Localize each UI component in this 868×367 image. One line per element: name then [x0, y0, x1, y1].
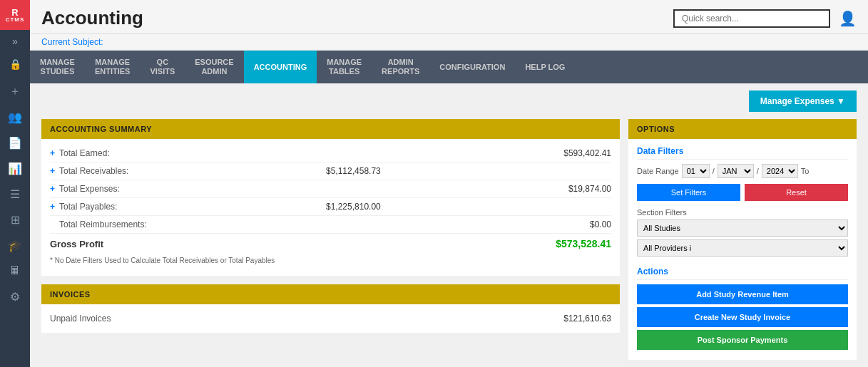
page-title: Accounting — [41, 7, 143, 29]
logo-letter: R — [11, 8, 18, 17]
invoices-section: INVOICES Unpaid Invoices $121,610.63 — [41, 284, 620, 333]
search-input[interactable] — [673, 9, 830, 28]
date-day-select[interactable]: 01 — [682, 164, 710, 178]
expand-total-earned-icon[interactable]: + — [50, 148, 55, 158]
set-filters-button[interactable]: Set Filters — [637, 184, 740, 201]
expand-reimbursements-placeholder: + — [50, 219, 55, 229]
post-sponsor-payments-button[interactable]: Post Sponsor Payments — [637, 330, 848, 350]
total-reimbursements-value: $0.00 — [469, 219, 611, 229]
expand-total-receivables-icon[interactable]: + — [50, 166, 55, 176]
current-subject-link[interactable]: Current Subject: — [41, 37, 103, 47]
section-filters-label: Section Filters — [637, 208, 848, 217]
chart-icon[interactable]: 📊 — [4, 157, 26, 180]
table-row: + Total Expenses: $19,874.00 — [50, 180, 611, 198]
date-month-select[interactable]: JANFEBMAR APRMAYJUN JULAUGSEP OCTNOVDEC — [718, 164, 754, 178]
accounting-summary-body: + Total Earned: $593,402.41 + Total Rece… — [41, 139, 620, 276]
date-range-row: Date Range 01 / JANFEBMAR APRMAYJUN JULA… — [637, 164, 848, 178]
total-receivables-label: Total Receivables: — [59, 166, 326, 176]
data-filters-title: Data Filters — [637, 146, 848, 160]
user-avatar-icon[interactable]: 👤 — [839, 10, 857, 27]
graduation-icon[interactable]: 🎓 — [4, 234, 26, 257]
unpaid-invoices-label: Unpaid Invoices — [50, 314, 563, 324]
table-row: + Total Earned: $593,402.41 — [50, 145, 611, 162]
total-expenses-label: Total Expenses: — [59, 184, 326, 194]
invoices-body: Unpaid Invoices $121,610.63 — [41, 304, 620, 333]
list-item: Unpaid Invoices $121,610.63 — [50, 310, 611, 327]
expand-total-expenses-icon[interactable]: + — [50, 184, 55, 194]
gross-profit-label: Gross Profit — [50, 239, 556, 249]
total-payables-label: Total Payables: — [59, 202, 326, 212]
nav-esource-admin[interactable]: ESOURCEADMIN — [185, 51, 243, 83]
studies-filter-select[interactable]: All Studies — [637, 219, 848, 237]
options-body: Data Filters Date Range 01 / JANFEBMAR A… — [628, 139, 857, 360]
two-col-layout: ACCOUNTING SUMMARY + Total Earned: $593,… — [41, 119, 857, 360]
providers-filter-select[interactable]: All Providers i — [637, 239, 848, 257]
manage-expenses-button[interactable]: Manage Expenses ▼ — [749, 91, 857, 112]
total-expenses-value: $19,874.00 — [469, 184, 611, 194]
main-content: Accounting 👤 Current Subject: MANAGESTUD… — [30, 0, 868, 367]
content-area: Manage Expenses ▼ ACCOUNTING SUMMARY + T… — [30, 83, 868, 367]
nav-manage-entities[interactable]: MANAGEENTITIES — [85, 51, 141, 83]
document-icon[interactable]: 📄 — [4, 131, 26, 154]
subject-bar: Current Subject: — [30, 34, 868, 51]
nav-manage-studies[interactable]: MANAGESTUDIES — [30, 51, 85, 83]
add-study-revenue-button[interactable]: Add Study Revenue Item — [637, 284, 848, 304]
nav-manage-tables[interactable]: MANAGETABLES — [317, 51, 372, 83]
date-year-select[interactable]: 202420232022 — [762, 164, 798, 178]
nav-bar: MANAGESTUDIES MANAGEENTITIES QCVISITS ES… — [30, 51, 868, 83]
nav-admin-reports[interactable]: ADMINREPORTS — [372, 51, 429, 83]
expand-total-payables-icon[interactable]: + — [50, 202, 55, 212]
sidebar: R CTMS » 🔒 ＋ 👥 📄 📊 ☰ ⊞ 🎓 🖩 ⚙ — [0, 0, 30, 367]
nav-help-log[interactable]: HELP LOG — [515, 51, 575, 83]
table-row: + Total Reimbursements: $0.00 — [50, 216, 611, 234]
nav-accounting[interactable]: ACCOUNTING — [244, 51, 317, 83]
table-row: + Total Receivables: $5,112,458.73 — [50, 162, 611, 180]
summary-note: * No Date Filters Used to Calculate Tota… — [50, 254, 611, 270]
accounting-summary-section: ACCOUNTING SUMMARY + Total Earned: $593,… — [41, 119, 620, 276]
unpaid-invoices-value: $121,610.63 — [563, 314, 611, 324]
invoices-header: INVOICES — [41, 284, 620, 304]
grid-icon[interactable]: ⊞ — [4, 208, 26, 231]
right-column: OPTIONS Data Filters Date Range 01 / JAN… — [628, 119, 857, 360]
total-reimbursements-label: Total Reimbursements: — [59, 219, 326, 229]
header-right: 👤 — [673, 9, 857, 28]
users-icon[interactable]: 👥 — [4, 105, 26, 128]
total-payables-indent-value: $1,225,810.00 — [326, 202, 469, 212]
total-earned-value: $593,402.41 — [469, 148, 611, 158]
gross-profit-value: $573,528.41 — [556, 238, 611, 249]
date-range-label: Date Range — [637, 167, 679, 175]
total-receivables-indent-value: $5,112,458.73 — [326, 166, 469, 176]
total-earned-label: Total Earned: — [59, 148, 326, 158]
table-row: + Total Payables: $1,225,810.00 — [50, 198, 611, 216]
actions-section: Actions Add Study Revenue Item Create Ne… — [637, 267, 848, 353]
add-icon[interactable]: ＋ — [4, 80, 26, 103]
sidebar-icon-group: ＋ 👥 📄 📊 ☰ ⊞ 🎓 🖩 ⚙ — [4, 76, 26, 308]
date-to-label: To — [801, 167, 810, 175]
gross-profit-row: Gross Profit $573,528.41 — [50, 234, 611, 254]
actions-title: Actions — [637, 267, 848, 280]
app-logo: R CTMS — [0, 0, 30, 30]
gear-icon[interactable]: ⚙ — [4, 285, 26, 308]
action-bar: Manage Expenses ▼ — [41, 91, 857, 112]
calculator-icon[interactable]: 🖩 — [4, 259, 26, 282]
nav-configuration[interactable]: CONFIGURATION — [429, 51, 515, 83]
page-header: Accounting 👤 — [30, 0, 868, 34]
reset-button[interactable]: Reset — [745, 184, 848, 201]
sidebar-expand-icon[interactable]: » — [12, 30, 18, 53]
accounting-summary-header: ACCOUNTING SUMMARY — [41, 119, 620, 139]
list-icon[interactable]: ☰ — [4, 182, 26, 205]
date-sep2: / — [757, 167, 759, 175]
date-sep1: / — [713, 167, 715, 175]
lock-icon: 🔒 — [4, 53, 26, 76]
left-column: ACCOUNTING SUMMARY + Total Earned: $593,… — [41, 119, 620, 360]
options-header: OPTIONS — [628, 119, 857, 139]
nav-qc-visits[interactable]: QCVISITS — [140, 51, 185, 83]
logo-ctms: CTMS — [6, 17, 25, 23]
filters-buttons-row: Set Filters Reset — [637, 184, 848, 201]
create-new-invoice-button[interactable]: Create New Study Invoice — [637, 307, 848, 327]
